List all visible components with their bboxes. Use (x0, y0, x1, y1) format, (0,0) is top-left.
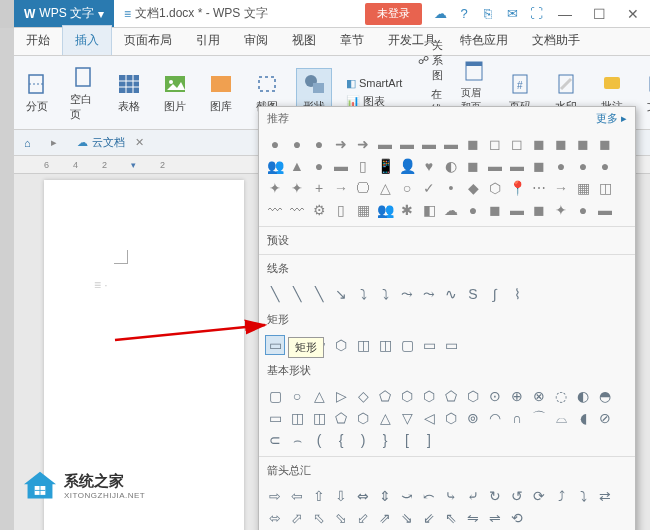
shape-line[interactable]: ⤵ (375, 284, 395, 304)
shape-item[interactable]: ∩ (507, 408, 527, 428)
shape-item[interactable]: 📱 (375, 156, 395, 176)
shape-item[interactable]: ▷ (331, 386, 351, 406)
shape-item[interactable]: ⬠ (375, 386, 395, 406)
shape-item[interactable]: ▬ (485, 156, 505, 176)
shape-item[interactable]: ) (353, 430, 373, 450)
shape-arrow[interactable]: ⬂ (331, 508, 351, 528)
shape-arrow[interactable]: ⤺ (419, 486, 439, 506)
shape-item[interactable]: ▬ (419, 134, 439, 154)
pagebreak-button[interactable]: 分页 (20, 69, 54, 116)
shape-arrow[interactable]: ⇧ (309, 486, 329, 506)
shape-item[interactable]: ● (287, 134, 307, 154)
shape-item[interactable]: ◼ (595, 134, 615, 154)
shape-item[interactable]: ◼ (529, 200, 549, 220)
shape-item[interactable]: 👥 (265, 156, 285, 176)
shape-item[interactable]: ⬡ (463, 386, 483, 406)
close-tab-icon[interactable]: ✕ (135, 136, 144, 149)
shape-item[interactable]: ⊚ (463, 408, 483, 428)
shape-item[interactable]: ▬ (331, 156, 351, 176)
shape-item[interactable]: ( (309, 430, 329, 450)
shape-item[interactable]: 〰 (287, 200, 307, 220)
tab-reference[interactable]: 引用 (184, 26, 232, 55)
mail-icon[interactable]: ✉ (500, 3, 524, 25)
shape-item[interactable]: △ (375, 178, 395, 198)
fullscreen-icon[interactable]: ⛶ (524, 3, 548, 25)
tab-view[interactable]: 视图 (280, 26, 328, 55)
shape-arrow[interactable]: ⟲ (507, 508, 527, 528)
more-link[interactable]: 更多 ▸ (596, 111, 627, 126)
shape-item[interactable]: △ (375, 408, 395, 428)
shape-line[interactable]: ╲ (287, 284, 307, 304)
cloud-icon[interactable]: ☁ (428, 3, 452, 25)
shape-item[interactable]: ◼ (573, 134, 593, 154)
app-brand[interactable]: W WPS 文字 ▾ (14, 0, 114, 27)
blankpage-button[interactable]: 空白页 (66, 62, 100, 124)
shape-item[interactable]: 👤 (397, 156, 417, 176)
shape-arrow[interactable]: ⬄ (265, 508, 285, 528)
shape-arrow[interactable]: ⇦ (287, 486, 307, 506)
shape-arrow[interactable]: ⤵ (573, 486, 593, 506)
shape-arrow[interactable]: ⇄ (595, 486, 615, 506)
shape-item[interactable]: ▯ (331, 200, 351, 220)
shape-item[interactable]: ○ (287, 386, 307, 406)
shape-item[interactable]: ▦ (353, 200, 373, 220)
shape-item[interactable]: ● (573, 200, 593, 220)
shape-item[interactable]: ✓ (419, 178, 439, 198)
shape-item[interactable]: ◻ (485, 134, 505, 154)
shape-item[interactable]: ⚙ (309, 200, 329, 220)
shape-arrow[interactable]: ⤷ (441, 486, 461, 506)
shape-item[interactable]: ◼ (529, 134, 549, 154)
shape-arrow[interactable]: ⇕ (375, 486, 395, 506)
shape-item[interactable]: 👥 (375, 200, 395, 220)
shape-item[interactable]: ⊙ (485, 386, 505, 406)
textbox-button[interactable]: A 文本 (641, 69, 650, 116)
shape-item[interactable]: ✦ (551, 200, 571, 220)
close-button[interactable]: ✕ (616, 0, 650, 28)
relation-button[interactable]: ☍关系图 (416, 37, 445, 84)
shape-item[interactable]: ▬ (507, 200, 527, 220)
shape-arrow[interactable]: ↻ (485, 486, 505, 506)
shape-item[interactable]: ⬡ (419, 386, 439, 406)
shape-item[interactable]: ◫ (595, 178, 615, 198)
shape-line[interactable]: ⤳ (419, 284, 439, 304)
shape-item[interactable]: ◖ (573, 408, 593, 428)
picture-button[interactable]: 图片 (158, 69, 192, 116)
shape-item[interactable]: ◧ (419, 200, 439, 220)
shape-item[interactable]: ▬ (595, 200, 615, 220)
shape-arrow[interactable]: ⇩ (331, 486, 351, 506)
shape-item[interactable]: → (551, 178, 571, 198)
login-button[interactable]: 未登录 (365, 3, 422, 25)
shape-item[interactable]: ▬ (441, 134, 461, 154)
maximize-button[interactable]: ☐ (582, 0, 616, 28)
shape-item[interactable]: ▬ (507, 156, 527, 176)
shape-item[interactable]: ✦ (265, 178, 285, 198)
shape-item[interactable]: ◼ (485, 200, 505, 220)
shape-item[interactable]: { (331, 430, 351, 450)
shape-item[interactable]: ◼ (463, 156, 483, 176)
shape-item[interactable]: ⬠ (441, 386, 461, 406)
shape-item[interactable]: ⊕ (507, 386, 527, 406)
shape-item[interactable]: ♥ (419, 156, 439, 176)
shape-round-rect[interactable]: ▢ (397, 335, 417, 355)
shape-item[interactable]: ☁ (441, 200, 461, 220)
cloud-doc-tab[interactable]: ☁云文档✕ (67, 131, 154, 154)
tab-start[interactable]: 开始 (14, 26, 62, 55)
shape-item[interactable]: ] (419, 430, 439, 450)
shape-item[interactable]: ▦ (573, 178, 593, 198)
shape-item[interactable]: } (375, 430, 395, 450)
shape-item[interactable]: ● (551, 156, 571, 176)
shape-item[interactable]: ▬ (397, 134, 417, 154)
gallery-button[interactable]: 图库 (204, 69, 238, 116)
shape-item[interactable]: ◫ (287, 408, 307, 428)
shape-item[interactable]: • (441, 178, 461, 198)
doc-tab[interactable]: ▸ (41, 132, 67, 153)
shape-arrow[interactable]: ⤻ (397, 486, 417, 506)
shape-snip-rect[interactable]: ◫ (375, 335, 395, 355)
shape-item[interactable]: ▢ (265, 386, 285, 406)
smartart-button[interactable]: ◧SmartArt (344, 76, 404, 91)
shape-item[interactable]: ⌒ (529, 408, 549, 428)
shape-arrow[interactable]: ⬁ (309, 508, 329, 528)
shape-item[interactable]: ● (309, 156, 329, 176)
shape-item[interactable]: 🖵 (353, 178, 373, 198)
shape-item[interactable]: ⬡ (441, 408, 461, 428)
